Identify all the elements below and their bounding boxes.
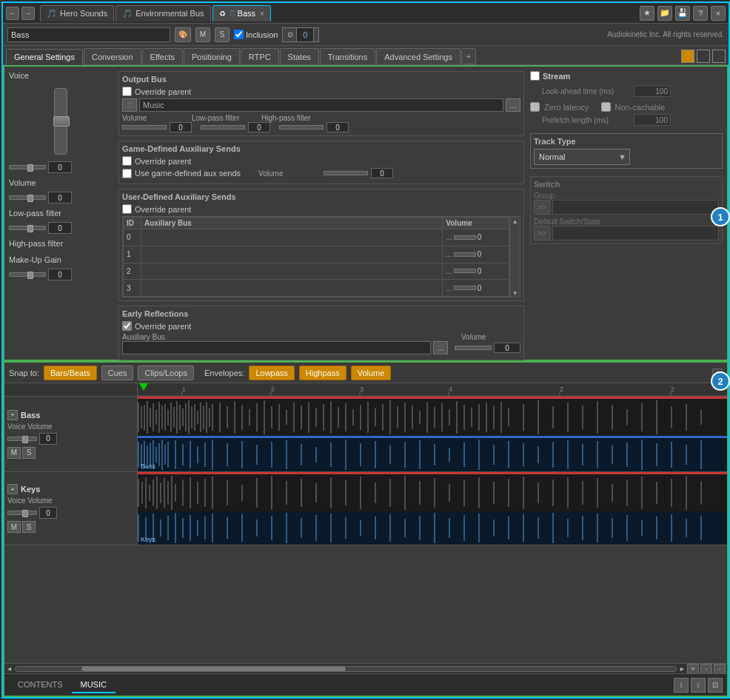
non-cachable-checkbox[interactable] [601,102,611,112]
row-3-bus[interactable] [141,280,443,297]
use-game-defined-checkbox[interactable] [122,169,132,178]
bass-vol-slider-track[interactable] [7,437,37,441]
search-input[interactable] [7,27,170,42]
tl-btn-minus-2[interactable]: - [714,664,726,674]
makeup-slider-track[interactable] [9,272,46,277]
tab-add-btn[interactable]: + [461,48,476,64]
keys-vol-slider-track[interactable] [7,511,37,515]
hp-filter-slider[interactable] [279,125,324,129]
stream-checkbox[interactable] [530,71,540,81]
keys-mute-btn[interactable]: M [7,521,21,533]
row-2-slider[interactable] [454,269,476,273]
row-3-value[interactable]: 0 [478,284,482,292]
vol-filter-slider[interactable] [122,125,167,129]
high-pass-slider-thumb[interactable] [27,225,33,232]
fader-thumb[interactable] [53,116,70,127]
scrollbar-thumb[interactable] [81,667,346,671]
tab-states[interactable]: States [280,48,319,64]
row-1-bus[interactable] [141,246,443,263]
user-aux-override-checkbox[interactable] [122,204,132,214]
save-btn[interactable]: 💾 [675,6,690,21]
bass-mute-btn[interactable]: M [7,447,21,459]
color-box-dark1[interactable] [697,50,710,63]
help-btn[interactable]: ? [693,6,708,21]
playhead-marker[interactable] [139,383,148,391]
row-0-bus[interactable] [141,229,443,246]
volume-slider[interactable] [9,165,46,169]
tab-close-btn[interactable]: × [260,10,264,18]
er-ellipsis-btn[interactable]: ... [433,341,448,354]
env-highpass-btn[interactable]: Highpass [299,366,346,380]
keys-solo-btn[interactable]: S [22,521,36,533]
row-1-ellipsis[interactable]: ... [446,250,452,258]
lp-filter-slider[interactable] [201,125,245,129]
keys-vol-value[interactable]: 0 [39,507,57,519]
prefetch-input[interactable] [634,114,671,126]
high-pass-slider[interactable] [9,226,46,230]
keys-vol-slider-thumb[interactable] [22,510,28,517]
env-volume-btn[interactable]: Volume [351,366,392,380]
tl-btn-minus-1[interactable]: - [700,664,712,674]
tab-hero-sounds[interactable]: 🎵 Hero Sounds [40,5,114,21]
bass-solo-btn[interactable]: S [22,447,36,459]
low-pass-value[interactable]: 0 [48,192,72,203]
row-2-ellipsis[interactable]: ... [446,267,452,275]
row-1-value[interactable]: 0 [478,250,482,258]
tracks-scroll[interactable]: + Bass Voice Volume [4,397,727,663]
color-box-dark2[interactable] [712,50,726,63]
game-aux-vol-slider[interactable] [324,171,368,175]
tab-transitions[interactable]: Transitions [320,48,375,64]
tab-bass[interactable]: ♻ 🎵 Bass × [212,5,271,21]
low-pass-slider[interactable] [9,195,46,200]
scrollbar-track[interactable] [15,666,677,672]
lp-filter-value[interactable]: 0 [248,122,270,132]
keys-vol-slider[interactable] [7,511,37,515]
bass-vol-slider-thumb[interactable] [22,436,28,443]
row-2-bus[interactable] [141,263,443,280]
low-pass-slider-track[interactable] [9,195,46,200]
bt-btn-3[interactable]: ⊡ [708,678,723,693]
track-type-dropdown[interactable]: Normal ▼ [534,149,630,165]
close-window-btn[interactable]: × [711,6,726,21]
game-aux-override-checkbox[interactable] [122,156,132,166]
volume-slider-thumb[interactable] [27,164,33,172]
env-lowpass-btn[interactable]: Lowpass [249,366,294,380]
makeup-value[interactable]: 0 [48,269,72,280]
zero-latency-checkbox[interactable] [530,102,540,112]
high-pass-value[interactable]: 0 [48,222,72,234]
bt-btn-1[interactable]: ↕ [674,678,689,693]
scroll-right-arrow[interactable]: ► [679,665,686,673]
tab-effects[interactable]: Effects [142,48,183,64]
group-chevron-btn[interactable]: >> [534,200,550,215]
forward-btn[interactable]: → [21,7,35,20]
bass-vol-value[interactable]: 0 [39,433,57,445]
fader-track[interactable] [54,88,67,155]
row-3-ellipsis[interactable]: ... [446,284,452,292]
makeup-slider[interactable] [9,272,46,277]
back-btn[interactable]: ← [6,7,19,20]
tab-positioning[interactable]: Positioning [184,48,240,64]
tab-contents[interactable]: CONTENTS [9,677,72,693]
row-0-value[interactable]: 0 [478,233,482,241]
s-button[interactable]: S [215,27,230,42]
hp-filter-value[interactable]: 0 [327,122,349,132]
tab-advanced-settings[interactable]: Advanced Settings [376,48,461,64]
bass-vol-slider[interactable] [7,437,37,441]
snap-bars-beats-btn[interactable]: Bars/Beats [44,366,97,380]
low-pass-slider-thumb[interactable] [27,195,33,202]
palette-btn[interactable]: 🎨 [175,27,191,42]
look-ahead-input[interactable] [634,85,671,97]
bus-field[interactable]: Music [139,98,503,112]
row-0-slider[interactable] [454,235,476,240]
expand-keys-btn[interactable]: + [7,484,18,494]
row-0-ellipsis[interactable]: ... [446,233,452,241]
inclusion-checkbox[interactable] [234,30,244,39]
tab-general-settings[interactable]: General Settings [6,49,83,65]
bus-ellipsis-btn[interactable]: ... [506,98,520,112]
game-aux-vol-value[interactable]: 0 [371,168,393,178]
makeup-slider-thumb[interactable] [27,272,33,279]
snap-clips-loops-btn[interactable]: Clips/Loops [138,366,193,380]
er-override-checkbox[interactable] [122,321,132,331]
expand-bass-btn[interactable]: + [7,410,18,420]
star-btn[interactable]: ★ [640,6,654,21]
